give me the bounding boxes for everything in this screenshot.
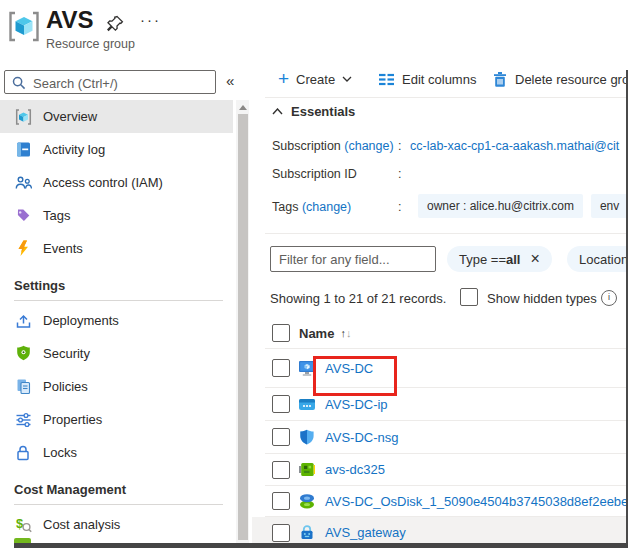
sliders-icon bbox=[14, 411, 32, 428]
sidebar-item-policies[interactable]: Policies bbox=[0, 370, 233, 403]
tag-pill-owner[interactable]: owner : alice.hu@citrix.com bbox=[418, 194, 583, 218]
sidebar-item-deployments[interactable]: Deployments bbox=[0, 304, 233, 337]
edit-columns-button[interactable]: Edit columns bbox=[378, 66, 476, 92]
select-all-checkbox[interactable] bbox=[272, 324, 290, 342]
row-checkbox[interactable] bbox=[272, 428, 290, 446]
row-checkbox[interactable] bbox=[272, 492, 290, 510]
network-interface-icon bbox=[298, 461, 316, 478]
show-hidden-types-label: Show hidden types bbox=[487, 291, 597, 306]
resource-type-subtitle: Resource group bbox=[46, 37, 135, 51]
info-icon[interactable]: i bbox=[601, 290, 617, 306]
sidebar-item-properties[interactable]: Properties bbox=[0, 403, 233, 436]
sidebar-item-label: Properties bbox=[43, 412, 102, 427]
create-button[interactable]: + Create bbox=[278, 66, 352, 92]
more-actions-ellipsis[interactable]: ··· bbox=[140, 11, 161, 28]
sidebar-item-security[interactable]: Security bbox=[0, 337, 233, 370]
network-security-group-icon bbox=[298, 429, 316, 446]
resource-link[interactable]: AVS-DC bbox=[325, 361, 373, 376]
overview-icon bbox=[14, 108, 32, 125]
sidebar-item-label: Deployments bbox=[43, 313, 119, 328]
close-icon[interactable]: × bbox=[530, 251, 539, 267]
tag-icon bbox=[14, 207, 32, 224]
trash-icon bbox=[492, 71, 508, 88]
azure-portal-resource-group-page: { "header": { "title": "AVS", "subtitle"… bbox=[0, 0, 628, 548]
create-button-label: Create bbox=[296, 72, 335, 87]
sidebar-item-label: Locks bbox=[43, 445, 77, 460]
sidebar-section-cost-management: Cost Management bbox=[0, 469, 233, 504]
resource-link[interactable]: AVS-DC-nsg bbox=[325, 430, 398, 445]
sidebar-item-locks[interactable]: Locks bbox=[0, 436, 233, 469]
separator-colon: : bbox=[398, 139, 401, 153]
sidebar-item-activity-log[interactable]: Activity log bbox=[0, 133, 233, 166]
resource-link[interactable]: AVS-DC_OsDisk_1_5090e4504b3745038d8ef2ee… bbox=[325, 494, 628, 509]
name-column-header[interactable]: Name bbox=[299, 326, 334, 341]
scrollbar-up-arrow-icon[interactable] bbox=[239, 105, 247, 110]
edit-columns-icon bbox=[378, 72, 395, 87]
shield-icon bbox=[14, 345, 32, 362]
search-icon bbox=[12, 76, 26, 90]
disk-icon bbox=[298, 493, 316, 510]
resource-link[interactable]: AVS_gateway bbox=[325, 525, 406, 540]
sidebar-item-label: Overview bbox=[43, 109, 97, 124]
row-checkbox[interactable] bbox=[272, 461, 290, 479]
sidebar-item-label: Activity log bbox=[43, 142, 105, 157]
lightning-icon bbox=[14, 240, 32, 257]
sidebar-item-overview[interactable]: Overview bbox=[0, 100, 233, 133]
subscription-id-label: Subscription ID bbox=[272, 167, 357, 181]
sidebar-section-settings: Settings bbox=[0, 265, 233, 300]
tag-pill-list: owner : alice.hu@citrix.com env bbox=[418, 194, 628, 218]
row-checkbox[interactable] bbox=[272, 359, 290, 377]
table-row: AVS-DC_OsDisk_1_5090e4504b3745038d8ef2ee… bbox=[252, 486, 628, 516]
subscription-value-link[interactable]: cc-lab-xac-cp1-ca-aakash.mathai@cit bbox=[410, 139, 619, 153]
sidebar-search bbox=[4, 70, 216, 94]
search-input[interactable] bbox=[31, 72, 215, 94]
collapse-sidebar-button[interactable]: « bbox=[226, 72, 234, 89]
cost-analysis-icon: $ bbox=[14, 516, 32, 533]
policies-icon bbox=[14, 378, 32, 395]
table-row: avs-dc325 bbox=[252, 454, 628, 485]
tags-label: Tags (change) bbox=[272, 200, 351, 214]
plus-icon: + bbox=[278, 69, 289, 89]
table-row: AVS-DC-ip bbox=[252, 388, 628, 420]
row-checkbox[interactable] bbox=[272, 395, 290, 413]
sidebar-item-events[interactable]: Events bbox=[0, 232, 233, 265]
type-filter-pill[interactable]: Type == all × bbox=[447, 246, 552, 272]
tags-change-link[interactable]: (change) bbox=[302, 200, 351, 214]
sidebar-item-access-control[interactable]: Access control (IAM) bbox=[0, 166, 233, 199]
tag-pill-env[interactable]: env bbox=[591, 194, 628, 218]
row-checkbox[interactable] bbox=[272, 524, 290, 542]
sidebar-item-label: Events bbox=[43, 241, 83, 256]
divider bbox=[14, 504, 223, 505]
sidebar-item-label: Cost analysis bbox=[43, 517, 120, 532]
deployments-icon bbox=[14, 312, 32, 329]
show-hidden-types-checkbox[interactable] bbox=[460, 288, 478, 306]
separator-colon: : bbox=[398, 200, 401, 214]
delete-resource-group-button[interactable]: Delete resource group bbox=[492, 66, 628, 92]
location-filter-pill[interactable]: Location == all bbox=[567, 246, 628, 272]
chevron-up-icon bbox=[272, 108, 283, 115]
sort-icon[interactable]: ↑↓ bbox=[340, 327, 351, 339]
pin-icon[interactable] bbox=[107, 15, 124, 32]
lock-icon bbox=[14, 444, 32, 461]
scrollbar-thumb[interactable] bbox=[238, 114, 248, 540]
sidebar-item-cost-analysis[interactable]: $ Cost analysis bbox=[0, 508, 233, 541]
page-title: AVS bbox=[46, 6, 94, 34]
essentials-title: Essentials bbox=[291, 104, 355, 119]
resource-link[interactable]: AVS-DC-ip bbox=[325, 397, 388, 412]
delete-resource-group-label: Delete resource group bbox=[515, 72, 628, 87]
divider bbox=[14, 300, 223, 301]
table-row: AVS-DC bbox=[252, 349, 628, 387]
subscription-change-link[interactable]: (change) bbox=[344, 139, 393, 153]
subscription-label: Subscription (change) bbox=[272, 139, 394, 153]
resource-link[interactable]: avs-dc325 bbox=[325, 462, 385, 477]
table-header-row: Name ↑↓ bbox=[252, 318, 628, 348]
essentials-expander[interactable]: Essentials bbox=[272, 104, 355, 119]
access-control-icon bbox=[14, 174, 32, 191]
divider bbox=[265, 97, 628, 98]
filter-field-input[interactable] bbox=[270, 246, 436, 272]
sidebar-item-tags[interactable]: Tags bbox=[0, 199, 233, 232]
chevron-down-icon bbox=[342, 76, 352, 82]
sidebar-scrollbar[interactable] bbox=[236, 100, 249, 548]
public-ip-icon bbox=[298, 396, 316, 413]
separator-colon: : bbox=[398, 167, 401, 181]
